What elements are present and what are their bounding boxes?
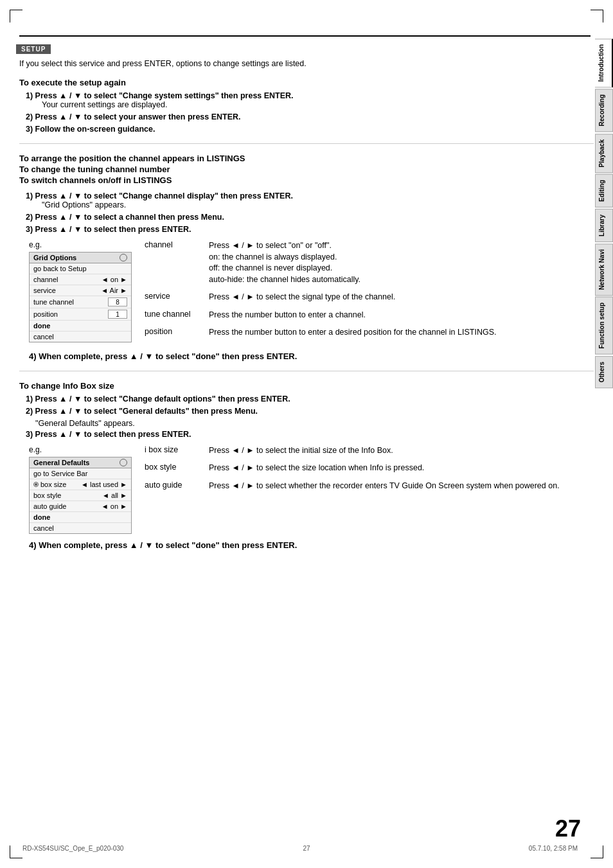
desc-text-auto-guide: Press ◄ / ► to select whether the record… [209, 481, 594, 492]
section-setup-again: To execute the setup again 1) Press ▲ / … [19, 78, 594, 134]
section-divider-1 [19, 143, 594, 144]
item3-text: Follow the on-screen guidance. [35, 125, 155, 134]
section1-item1: 1) Press ▲ / ▼ to select "Change system … [26, 91, 594, 109]
item1-sub: Your current settings are displayed. [42, 100, 594, 109]
general-defaults-menu: General Defaults go to Service Bar box s… [29, 457, 132, 534]
tab-others[interactable]: Others [595, 356, 613, 388]
general-defaults-title: General Defaults [30, 457, 131, 468]
grid-options-menu: Grid Options go back to Setup channel ◄ … [29, 252, 132, 342]
top-line [19, 35, 591, 37]
s3-item4: 4) When complete, press ▲ / ▼ to select … [29, 540, 594, 550]
section1-heading: To execute the setup again [19, 78, 594, 87]
section-divider-2 [19, 371, 594, 371]
corner-mark-tr [591, 10, 603, 22]
desc-text-box-style: Press ◄ / ► to select the size location … [209, 463, 594, 474]
setup-badge: SETUP [16, 44, 51, 54]
channel-descriptions: channel Press ◄ / ► to select "on" or "o… [145, 240, 594, 345]
menu-go-back[interactable]: go back to Setup [30, 263, 131, 274]
desc-label-tune-channel: tune channel [145, 310, 199, 319]
section1-item3: 3) Follow the on-screen guidance. [26, 125, 594, 134]
desc-text-channel: Press ◄ / ► to select "on" or "off".on: … [209, 240, 594, 285]
grid-area: e.g. Grid Options go back to Setup chann… [29, 240, 594, 345]
corner-mark-tl [10, 10, 22, 22]
desc-text-service: Press ◄ / ► to select the signal type of… [209, 292, 594, 303]
section2-heading3: To switch channels on/off in LISTINGS [19, 175, 594, 185]
menu-done-2[interactable]: done [30, 512, 131, 523]
s2-item2: 2) Press ▲ / ▼ to select a channel then … [26, 213, 594, 222]
desc-label-position: position [145, 327, 199, 336]
bottom-center-info: 27 [303, 845, 310, 852]
desc-box-style: box style Press ◄ / ► to select the size… [145, 463, 594, 474]
s2-item4: 4) When complete, press ▲ / ▼ to select … [29, 351, 594, 361]
tab-library[interactable]: Library [595, 209, 613, 242]
grid-options-title: Grid Options [30, 252, 131, 263]
desc-i-box-size: i box size Press ◄ / ► to select the ini… [145, 445, 594, 457]
s3-sub: "General Defaults" appears. [35, 419, 594, 428]
menu-channel[interactable]: channel ◄ on ► [30, 274, 131, 285]
item2-text: Press ▲ / ▼ to select your answer then p… [35, 112, 241, 121]
desc-label-box-style: box style [145, 463, 199, 472]
tab-recording[interactable]: Recording [595, 89, 613, 132]
side-tabs: Introduction Recording Playback Editing … [595, 39, 613, 388]
menu-box-size[interactable]: box size ◄ last used ► [30, 479, 131, 490]
section2-headings: To arrange the position the channel appe… [19, 154, 594, 185]
menu-done[interactable]: done [30, 321, 131, 332]
desc-tune-channel: tune channel Press the number button to … [145, 310, 594, 321]
s3-item3: 3) Press ▲ / ▼ to select then press ENTE… [26, 430, 594, 439]
circle-icon [120, 254, 127, 261]
desc-label-service: service [145, 292, 199, 301]
menu-auto-guide[interactable]: auto guide ◄ on ► [30, 501, 131, 512]
intro-text: If you select this service and press ENT… [19, 59, 594, 68]
tab-playback[interactable]: Playback [595, 134, 613, 173]
desc-channel: channel Press ◄ / ► to select "on" or "o… [145, 240, 594, 285]
bottom-right-info: 05.7.10, 2:58 PM [529, 845, 578, 852]
eg-label-2: e.g. [29, 445, 42, 454]
tab-introduction[interactable]: Introduction [595, 39, 613, 87]
page-number: 27 [555, 815, 581, 842]
tab-network-navi[interactable]: Network Navi [595, 244, 613, 296]
num: 1) [26, 91, 35, 100]
section3: To change Info Box size 1) Press ▲ / ▼ t… [19, 381, 594, 439]
menu-tune-channel[interactable]: tune channel 8 [30, 296, 131, 308]
menu-cancel-2[interactable]: cancel [30, 523, 131, 533]
tab-function-setup[interactable]: Function setup [595, 297, 613, 355]
section2-heading1: To arrange the position the channel appe… [19, 154, 594, 163]
circle-icon-2 [120, 459, 127, 466]
menu-service[interactable]: service ◄ Air ► [30, 285, 131, 296]
desc-text-ibox: Press ◄ / ► to select the initial size o… [209, 445, 594, 457]
desc-auto-guide: auto guide Press ◄ / ► to select whether… [145, 481, 594, 492]
section1-item2: 2) Press ▲ / ▼ to select your answer the… [26, 112, 594, 121]
section3-heading: To change Info Box size [19, 381, 594, 391]
desc-service: service Press ◄ / ► to select the signal… [145, 292, 594, 303]
desc-position: position Press the number button to ente… [145, 327, 594, 339]
desc-text-tune-channel: Press the number button to enter a chann… [209, 310, 594, 321]
s2-item1-sub: "Grid Options" appears. [42, 200, 594, 209]
desc-text-position: Press the number button to enter a desir… [209, 327, 594, 339]
bottom-left-info: RD-XS54SU/SC_Ope_E_p020-030 [22, 845, 123, 852]
section2-heading2: To change the tuning channel number [19, 164, 594, 174]
menu-cancel[interactable]: cancel [30, 332, 131, 342]
s3-item2: 2) Press ▲ / ▼ to select "General defaul… [26, 407, 594, 416]
s2-item1: 1) Press ▲ / ▼ to select "Change channel… [26, 191, 594, 209]
tab-editing[interactable]: Editing [595, 174, 613, 208]
desc-label-ibox: i box size [145, 445, 199, 454]
s2-item3: 3) Press ▲ / ▼ to select then press ENTE… [26, 225, 594, 234]
desc-label-channel: channel [145, 240, 199, 249]
item1-text: Press ▲ / ▼ to select "Change system set… [35, 91, 294, 100]
section2: 1) Press ▲ / ▼ to select "Change channel… [19, 191, 594, 234]
corner-mark-bl [10, 846, 22, 858]
menu-box-style[interactable]: box style ◄ all ► [30, 490, 131, 501]
desc-label-auto-guide: auto guide [145, 481, 199, 490]
corner-mark-br [591, 846, 603, 858]
general-defaults-descriptions: i box size Press ◄ / ► to select the ini… [145, 445, 594, 499]
menu-go-service-bar[interactable]: go to Service Bar [30, 468, 131, 479]
general-defaults-area: e.g. General Defaults go to Service Bar … [29, 445, 594, 534]
eg-label-1: e.g. [29, 240, 42, 249]
s3-item1: 1) Press ▲ / ▼ to select "Change default… [26, 394, 594, 403]
menu-position[interactable]: position 1 [30, 308, 131, 321]
